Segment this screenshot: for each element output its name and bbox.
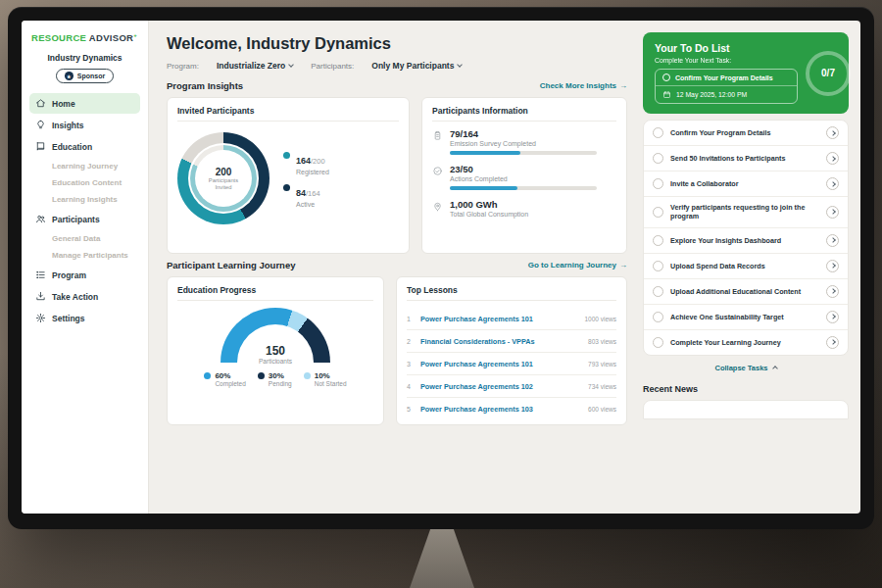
logo-primary: RESOURCE (31, 32, 86, 43)
sponsor-badge[interactable]: ★ Sponsor (56, 69, 114, 83)
sidebar-item-general-data[interactable]: General Data (29, 230, 140, 247)
chevron-right-icon[interactable] (826, 311, 839, 323)
todo-task[interactable]: Verify participants requesting to join t… (644, 197, 848, 228)
sidebar-item-take-action[interactable]: Take Action (29, 286, 140, 307)
metric-value: 79/164 (450, 128, 597, 139)
todo-title: Your To Do List (655, 42, 798, 54)
todo-summary-card: Your To Do List Complete Your Next Task:… (643, 32, 849, 114)
legend-value: 10% (315, 371, 330, 380)
todo-task[interactable]: Send 50 Invitations to Participants (644, 146, 848, 172)
lesson-views: 793 (588, 361, 599, 368)
card-title: Top Lessons (407, 285, 616, 301)
sidebar-item-learning-journey[interactable]: Learning Journey (29, 158, 140, 174)
check-more-insights-link[interactable]: Check More Insights → (540, 81, 627, 90)
top-lessons-card: Top Lessons 1 Power Purchase Agreements … (396, 276, 627, 425)
sidebar-item-settings[interactable]: Settings (29, 308, 140, 328)
metric-value: 23/50 (450, 164, 597, 174)
home-icon (35, 98, 46, 109)
lesson-rank: 4 (407, 383, 415, 390)
task-checkbox[interactable] (662, 74, 670, 81)
lesson-title-link[interactable]: Power Purchase Agreements 101 (420, 360, 582, 368)
sidebar-item-education-content[interactable]: Education Content (29, 174, 140, 191)
lesson-views: 803 (588, 338, 599, 345)
card-title: Participants Information (432, 106, 616, 122)
todo-progress-value: 0/7 (821, 68, 835, 78)
lesson-title-link[interactable]: Financial Considerations - VPPAs (420, 337, 582, 346)
todo-task[interactable]: Confirm Your Program Details (644, 121, 848, 146)
sidebar-item-participants[interactable]: Participants (29, 209, 140, 229)
task-checkbox[interactable] (653, 286, 663, 297)
list-icon (35, 270, 46, 280)
next-task-row[interactable]: Confirm Your Program Details (656, 70, 797, 86)
task-checkbox[interactable] (653, 207, 663, 218)
progress-bar (450, 186, 597, 190)
task-checkbox[interactable] (653, 261, 663, 271)
chevron-right-icon[interactable] (826, 285, 839, 298)
sidebar-item-home[interactable]: Home (29, 93, 140, 114)
chevron-down-icon (458, 62, 464, 68)
donut-center: 200 Participants Invited (195, 150, 252, 207)
metric-value: 1,000 GWh (450, 199, 528, 210)
legend-item-active: 84/164 Active (283, 182, 329, 208)
logo-secondary: ADVISOR (89, 32, 133, 43)
gauge-legend: 60% Completed 30% Pending 10% Not Starte… (177, 371, 373, 387)
sidebar-item-label: Insights (52, 121, 84, 130)
metric-label: Actions Completed (450, 175, 597, 182)
task-checkbox[interactable] (653, 178, 663, 189)
chevron-up-icon (772, 366, 778, 371)
legend-value: 164 (296, 156, 311, 166)
task-checkbox[interactable] (653, 153, 663, 164)
todo-task[interactable]: Upload Spend Data Records (644, 254, 848, 279)
lesson-title-link[interactable]: Power Purchase Agreements 102 (420, 382, 582, 391)
collapse-tasks-link[interactable]: Collapse Tasks (643, 364, 849, 372)
legend-dot (283, 152, 290, 159)
recent-news-card (643, 400, 849, 419)
chevron-right-icon[interactable] (826, 177, 839, 190)
task-checkbox[interactable] (653, 312, 663, 322)
sidebar-item-insights[interactable]: Insights (29, 115, 140, 135)
lesson-views: 600 (588, 406, 599, 413)
todo-subtitle: Complete Your Next Task: (655, 57, 798, 64)
monitor-bezel: RESOURCE ADVISOR+ Industry Dynamics ★ Sp… (8, 7, 874, 529)
monitor-stand (410, 529, 474, 588)
program-filter-label: Program: (167, 62, 199, 71)
card-title: Invited Participants (177, 106, 399, 122)
sidebar-item-program[interactable]: Program (29, 265, 140, 285)
task-checkbox[interactable] (653, 235, 663, 246)
todo-task[interactable]: Invite a Collaborator (644, 172, 848, 197)
gauge-center-label: Participants (220, 358, 330, 364)
program-insights-header: Program Insights Check More Insights → (167, 80, 627, 91)
todo-task[interactable]: Upload Additional Educational Content (644, 279, 848, 305)
invited-donut-chart: 200 Participants Invited (177, 132, 270, 224)
chevron-right-icon[interactable] (826, 260, 839, 272)
lesson-title-link[interactable]: Power Purchase Agreements 103 (420, 405, 582, 414)
task-checkbox[interactable] (653, 127, 663, 138)
lesson-title-link[interactable]: Power Purchase Agreements 101 (420, 315, 578, 323)
todo-task[interactable]: Explore Your Insights Dashboard (644, 228, 848, 254)
chevron-right-icon[interactable] (826, 126, 839, 139)
chevron-right-icon[interactable] (826, 336, 839, 349)
sidebar-item-manage-participants[interactable]: Manage Participants (29, 247, 140, 264)
legend-total: /200 (311, 157, 325, 166)
todo-task[interactable]: Complete Your Learning Journey (644, 330, 848, 355)
sponsor-label: Sponsor (77, 73, 105, 79)
participants-filter-dropdown[interactable]: Only My Participants (371, 61, 462, 71)
todo-summary-left: Your To Do List Complete Your Next Task:… (655, 42, 798, 104)
todo-task[interactable]: Achieve One Sustainability Target (644, 305, 848, 330)
program-filter-dropdown[interactable]: Industrialize Zero (217, 61, 293, 71)
sidebar-item-education[interactable]: Education (29, 136, 140, 157)
chevron-right-icon[interactable] (826, 206, 839, 219)
chevron-right-icon[interactable] (826, 234, 839, 247)
dashboard-screen: RESOURCE ADVISOR+ Industry Dynamics ★ Sp… (22, 21, 860, 514)
go-to-learning-journey-link[interactable]: Go to Learning Journey → (528, 261, 627, 270)
sidebar-item-learning-insights[interactable]: Learning Insights (29, 191, 140, 208)
sidebar-item-label: Education (52, 142, 92, 152)
action-icon (35, 291, 46, 302)
todo-tasks-list: Confirm Your Program Details Send 50 Inv… (643, 120, 849, 356)
chevron-right-icon[interactable] (826, 152, 839, 165)
card-title: Education Progress (177, 285, 373, 301)
task-checkbox[interactable] (653, 337, 663, 348)
participants-information-card: Participants Information 79/164 Emission… (421, 97, 627, 254)
sidebar-subitem-label: General Data (52, 234, 100, 243)
program-filter-value: Industrialize Zero (217, 61, 285, 71)
